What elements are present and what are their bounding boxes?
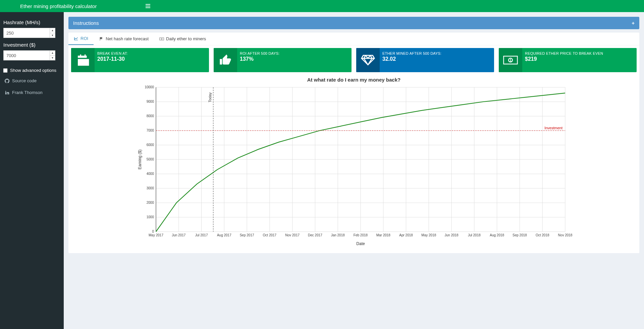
tab-hashrate[interactable]: Net hash rate forecast [94,33,154,45]
svg-rect-0 [160,38,164,40]
chart-line-icon [74,36,78,41]
stat-value: 2017-11-30 [97,56,206,62]
chart-title: At what rate do I earn my money back? [71,77,637,83]
svg-text:Aug 2018: Aug 2018 [490,233,504,237]
stat-row: BREAK EVEN AT:2017-11-30 ROI AFTER 500 D… [68,45,639,72]
svg-text:Mar 2018: Mar 2018 [376,233,391,237]
hashrate-label: Hashrate (MH/s) [3,19,60,25]
svg-text:2000: 2000 [147,201,154,204]
svg-text:Sep 2017: Sep 2017 [240,233,254,237]
svg-text:Oct 2017: Oct 2017 [263,233,277,237]
hashrate-stepper[interactable]: ▲▼ [50,28,55,38]
svg-text:8000: 8000 [147,114,154,118]
svg-text:9000: 9000 [147,100,154,103]
roi-chart: 0100020003000400050006000700080009000100… [71,84,637,248]
flag-icon [99,37,104,41]
stat-ether-mined: ETHER MINED AFTER 500 DAYS:32.02 [356,48,494,72]
stat-value: $219 [525,56,634,62]
svg-text:6000: 6000 [147,143,154,147]
thumbs-up-icon [219,53,232,67]
svg-text:Jun 2018: Jun 2018 [445,233,459,237]
sidebar-link-author[interactable]: Frank Thomson [3,87,60,98]
instructions-title: Instructions [73,20,99,26]
money-icon [159,37,164,41]
chevron-down-icon[interactable]: ▼ [50,33,55,38]
svg-text:5000: 5000 [147,157,154,161]
stat-value: 32.02 [382,56,491,62]
tab-roi[interactable]: ROI [68,33,94,45]
svg-text:Feb 2018: Feb 2018 [354,233,368,237]
sidebar-link-source[interactable]: Source code [3,75,60,87]
stat-label: ETHER MINED AFTER 500 DAYS: [382,51,491,55]
calendar-icon [76,53,90,67]
svg-text:1: 1 [509,58,512,62]
svg-text:Nov 2017: Nov 2017 [285,233,300,237]
chevron-down-icon[interactable]: ▼ [50,56,55,60]
svg-text:Jul 2017: Jul 2017 [195,233,208,237]
advanced-options-label: Show advanced options [10,68,56,73]
svg-text:Jun 2017: Jun 2017 [172,233,186,237]
app-title: Ether mining profitability calculator [0,3,141,9]
svg-text:1000: 1000 [147,215,154,219]
svg-text:7000: 7000 [147,129,154,132]
sidebar: Hashrate (MH/s) ▲▼ Investment ($) ▲▼ Sho… [0,12,64,329]
tab-daily-ether[interactable]: Daily ether to miners [154,33,211,45]
sidebar-link-label: Frank Thomson [12,90,43,95]
svg-text:May 2017: May 2017 [149,233,163,237]
github-icon [5,79,9,83]
hashrate-input[interactable] [3,28,55,38]
svg-text:Sep 2018: Sep 2018 [513,233,527,237]
stat-break-even: BREAK EVEN AT:2017-11-30 [71,48,209,72]
tab-label: ROI [80,36,88,41]
svg-text:Dec 2017: Dec 2017 [308,233,322,237]
sidebar-link-label: Source code [12,78,37,83]
stat-label: REQUIRED ETHER PRICE TO BREAK EVEN [525,51,634,55]
chevron-up-icon[interactable]: ▲ [50,51,55,56]
money-icon: 1 [503,55,518,65]
svg-text:Today: Today [208,92,212,102]
svg-text:Earning ($): Earning ($) [138,149,142,169]
stat-label: ROI AFTER 500 DAYS: [240,51,349,55]
chevron-up-icon[interactable]: ▲ [50,28,55,33]
main-card: ROI Net hash rate forecast Daily ether t… [68,33,639,253]
instructions-panel[interactable]: Instructions + [68,17,639,29]
stat-value: 137% [240,56,349,62]
tab-label: Daily ether to miners [166,36,206,41]
svg-text:May 2018: May 2018 [421,233,436,237]
linkedin-icon [5,90,9,95]
stat-req-price: 1 REQUIRED ETHER PRICE TO BREAK EVEN$219 [499,48,637,72]
stat-roi: ROI AFTER 500 DAYS:137% [214,48,352,72]
svg-text:4000: 4000 [147,172,154,176]
checkbox-box-icon [3,68,7,73]
tabs: ROI Net hash rate forecast Daily ether t… [68,33,639,45]
hamburger-icon [146,4,150,8]
advanced-options-checkbox[interactable]: Show advanced options [3,68,60,73]
svg-text:Aug 2017: Aug 2017 [217,233,231,237]
sidebar-toggle[interactable] [141,4,155,8]
investment-label: Investment ($) [3,42,60,48]
svg-text:Apr 2018: Apr 2018 [399,233,413,237]
svg-text:Jan 2018: Jan 2018 [331,233,345,237]
svg-text:Jul 2018: Jul 2018 [468,233,481,237]
diamond-icon [361,53,375,67]
svg-text:Oct 2018: Oct 2018 [536,233,549,237]
svg-text:0: 0 [152,230,154,233]
svg-text:Date: Date [356,241,365,246]
plus-icon[interactable]: + [632,20,635,26]
investment-stepper[interactable]: ▲▼ [50,51,55,60]
app-header: Ether mining profitability calculator [0,0,644,12]
svg-point-1 [161,38,162,40]
svg-text:Investment: Investment [544,126,562,130]
stat-label: BREAK EVEN AT: [97,51,206,55]
tab-label: Net hash rate forecast [106,36,149,41]
chart-container: At what rate do I earn my money back? 01… [68,72,639,253]
content: Instructions + ROI Net hash rate forecas… [64,12,644,329]
svg-text:10000: 10000 [145,85,154,89]
investment-input[interactable] [3,50,55,60]
svg-text:3000: 3000 [147,186,154,190]
svg-text:Nov 2018: Nov 2018 [558,233,573,237]
